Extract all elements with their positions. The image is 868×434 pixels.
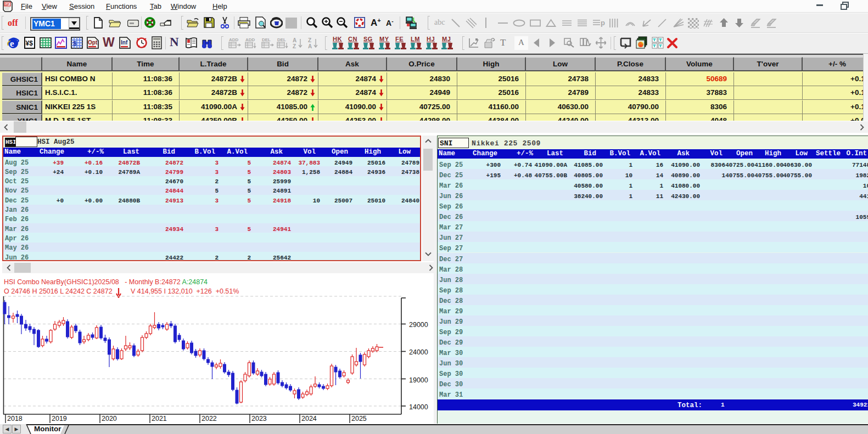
svg-text:p: p (601, 19, 605, 27)
svg-text:DEL: DEL (262, 37, 271, 42)
svg-text:Z: Z (308, 37, 311, 43)
svg-text:DEL: DEL (277, 37, 286, 42)
svg-text:¥$: ¥$ (26, 40, 33, 47)
svg-text:A: A (308, 43, 312, 49)
svg-text:SP: SP (5, 3, 9, 6)
svg-text:ADD: ADD (245, 37, 255, 42)
svg-text:Inf: Inf (121, 40, 128, 46)
svg-text:$: $ (73, 40, 76, 47)
svg-text:A: A (293, 37, 296, 43)
svg-text:Opt: Opt (88, 40, 98, 46)
svg-text:Z: Z (293, 43, 296, 49)
svg-text:ADD: ADD (229, 37, 239, 42)
